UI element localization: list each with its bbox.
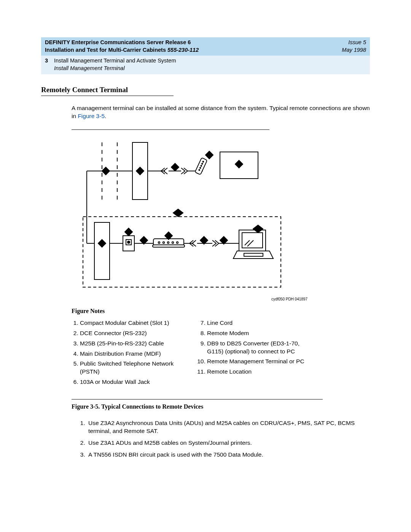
- fn-item: Public Switched Telephone Network (PSTN): [80, 360, 186, 376]
- callout-5-icon: 5: [102, 167, 110, 175]
- fn-item: Remote Modem: [207, 329, 311, 337]
- svg-point-10: [202, 161, 204, 162]
- breadcrumb: 3 Install Management Terminal and Activa…: [41, 56, 370, 74]
- svg-text:3: 3: [174, 165, 176, 169]
- svg-text:8: 8: [167, 233, 170, 238]
- figure-diagram: 5 4 3 2 1 11: [79, 137, 370, 295]
- chapter-subtitle: Install Management Terminal: [54, 65, 176, 72]
- svg-rect-46: [242, 233, 263, 248]
- svg-text:11: 11: [176, 211, 180, 215]
- svg-point-14: [199, 169, 200, 170]
- svg-point-32: [127, 241, 130, 243]
- svg-text:2: 2: [208, 153, 210, 157]
- fn-item: DCE Connector (RS-232): [80, 329, 186, 337]
- fn-item: Main Distribution Frame (MDF): [80, 350, 186, 358]
- doc-date: May 1998: [342, 46, 366, 54]
- fn-item: DB9 to DB25 Converter (ED3-1-70, G115) (…: [207, 340, 311, 356]
- section-heading: Remotely Connect Terminal: [41, 85, 174, 96]
- figure-notes-list: Compact Modular Cabinet (Slot 1) DCE Con…: [72, 319, 370, 388]
- doc-title: DEFINITY Enterprise Communications Serve…: [45, 39, 191, 46]
- typical-item: A TN556 ISDN BRI circuit pack is used wi…: [87, 451, 370, 459]
- typical-connections-list: Use Z3A2 Asynchronous Data Units (ADUs) …: [87, 419, 370, 459]
- doc-issue: Issue 5: [348, 39, 366, 46]
- doc-header: DEFINITY Enterprise Communications Serve…: [41, 37, 370, 56]
- figure-link[interactable]: Figure 3-5: [78, 113, 105, 119]
- callout-2-icon: 2: [206, 151, 213, 159]
- svg-text:4: 4: [101, 241, 103, 245]
- fn-item: Compact Modular Cabinet (Slot 1): [80, 319, 186, 327]
- svg-point-13: [200, 167, 201, 168]
- svg-text:10: 10: [256, 227, 260, 231]
- figure-rule: [72, 129, 269, 130]
- svg-rect-36: [153, 245, 185, 247]
- intro-paragraph: A management terminal can be installed a…: [72, 104, 370, 120]
- callout-6-icon: 6: [125, 228, 132, 236]
- callout-3-icon: 3: [171, 163, 179, 171]
- fn-item: Line Cord: [207, 319, 311, 327]
- figure-credit: cydf050 PDH 041897: [79, 297, 307, 302]
- svg-rect-50: [244, 253, 263, 256]
- svg-text:3: 3: [223, 238, 225, 242]
- fn-item: M25B (25-Pin-to-RS-232) Cable: [80, 340, 186, 348]
- figure-caption-rule: [72, 399, 323, 399]
- figure-caption: Figure 3-5. Typical Connections to Remot…: [72, 403, 370, 411]
- svg-point-12: [201, 165, 202, 166]
- fn-item: Remote Management Terminal or PC: [207, 358, 311, 366]
- doc-subtitle: Installation and Test for Multi-Carrier …: [45, 46, 199, 54]
- svg-text:4: 4: [139, 169, 141, 173]
- fn-item: Remote Location: [207, 368, 311, 376]
- svg-text:1: 1: [238, 162, 240, 166]
- callout-11-icon: 11: [173, 209, 183, 217]
- svg-text:5: 5: [105, 169, 107, 173]
- svg-rect-29: [94, 222, 110, 280]
- svg-text:7: 7: [143, 238, 145, 242]
- svg-point-11: [202, 163, 203, 164]
- typical-item: Use Z3A2 Asynchronous Data Units (ADUs) …: [87, 419, 370, 435]
- svg-text:9: 9: [203, 238, 205, 242]
- typical-item: Use Z3A1 ADUs and M25B cables on System/…: [87, 439, 370, 447]
- svg-text:6: 6: [127, 230, 130, 234]
- fn-item: 103A or Modular Wall Jack: [80, 378, 186, 386]
- chapter-title: Install Management Terminal and Activate…: [54, 58, 176, 64]
- figure-notes-heading: Figure Notes: [72, 307, 370, 315]
- chapter-number: 3: [45, 57, 50, 72]
